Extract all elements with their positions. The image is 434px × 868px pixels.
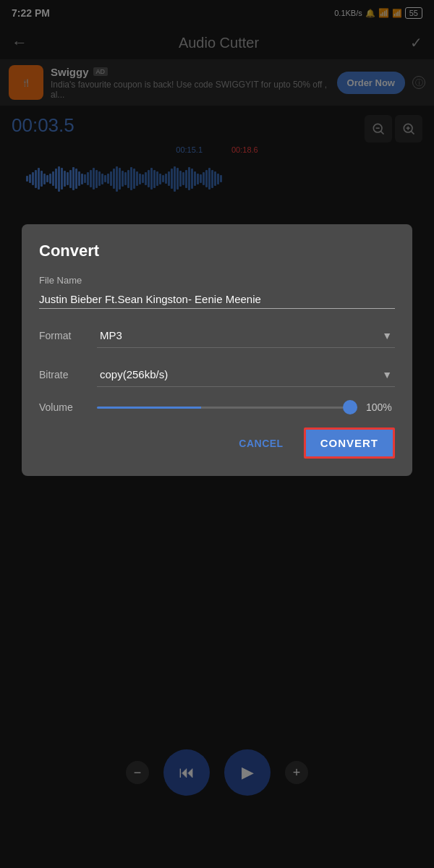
bitrate-label: Bitrate [39, 369, 97, 380]
file-name-input[interactable] [39, 290, 395, 309]
file-name-label: File Name [39, 275, 395, 286]
format-row: Format MP3 ▼ [39, 323, 395, 348]
format-value: MP3 [100, 329, 122, 341]
cancel-button[interactable]: CANCEL [230, 432, 292, 455]
volume-slider-container: 100% [97, 401, 395, 413]
format-label: Format [39, 330, 97, 341]
convert-button[interactable]: CONVERT [304, 427, 395, 459]
volume-percent: 100% [366, 401, 395, 413]
dialog-actions: CANCEL CONVERT [39, 427, 395, 459]
volume-row: Volume 100% [39, 401, 395, 413]
format-dropdown-arrow: ▼ [382, 330, 392, 341]
format-dropdown[interactable]: MP3 ▼ [97, 323, 395, 348]
volume-label: Volume [39, 401, 97, 413]
bitrate-row: Bitrate copy(256kb/s) ▼ [39, 362, 395, 387]
bitrate-value: copy(256kb/s) [100, 368, 168, 380]
convert-dialog: Convert File Name Format MP3 ▼ Bitrate c… [22, 224, 412, 476]
bitrate-dropdown-arrow: ▼ [382, 369, 392, 380]
volume-slider[interactable] [97, 407, 357, 409]
dialog-title: Convert [39, 242, 395, 260]
bitrate-dropdown[interactable]: copy(256kb/s) ▼ [97, 362, 395, 387]
